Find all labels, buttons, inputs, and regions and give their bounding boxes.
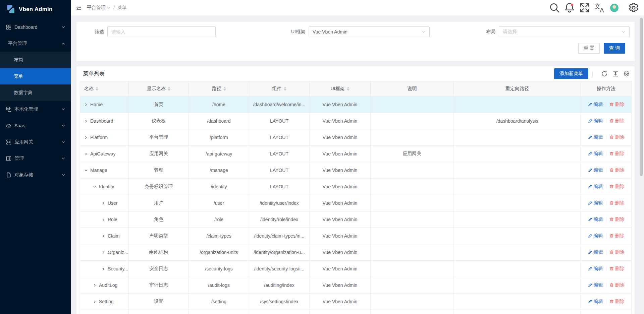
delete-link[interactable]: 删除: [609, 282, 625, 288]
chevron-right-icon[interactable]: [102, 267, 105, 271]
edit-link[interactable]: 编辑: [588, 299, 603, 305]
ui-framework-select[interactable]: Vue Vben Admin: [309, 26, 430, 37]
sort-icon[interactable]: [168, 87, 170, 91]
column-header[interactable]: 路径: [189, 81, 249, 97]
delete-link[interactable]: 删除: [609, 102, 625, 108]
delete-link[interactable]: 删除: [609, 134, 625, 140]
layout-placeholder: 请选择: [503, 29, 517, 35]
table-row[interactable]: Security...安全日志/security-logs/identity/s…: [80, 261, 632, 277]
chevron-right-icon[interactable]: [93, 300, 97, 304]
sort-icon[interactable]: [223, 87, 226, 91]
table-row[interactable]: Dashboard仪表板/dashboardLAYOUTVue Vben Adm…: [80, 113, 632, 129]
edit-link[interactable]: 编辑: [588, 118, 603, 124]
ui-framework-cell: Vue Vben Admin: [310, 195, 371, 211]
empty-cell: [129, 310, 189, 314]
chevron-right-icon[interactable]: [102, 201, 105, 205]
table-row[interactable]: Home首页/home/dashboard/welcome/in...Vue V…: [80, 97, 632, 113]
table-row[interactable]: Manage管理/manageLAYOUTVue Vben Admin编辑删除: [80, 162, 632, 179]
sidebar-item-gateway[interactable]: 应用网关: [0, 134, 71, 150]
page-scrollbar[interactable]: [640, 16, 643, 314]
column-header[interactable]: 显示名称: [129, 81, 189, 97]
edit-link[interactable]: 编辑: [588, 184, 603, 190]
column-header[interactable]: 组件: [249, 81, 310, 97]
search-icon[interactable]: [549, 2, 560, 13]
breadcrumb-item[interactable]: 平台管理: [87, 5, 111, 11]
sidebar-item-label: Dashboard: [14, 24, 61, 30]
chevron-right-icon[interactable]: [84, 103, 88, 107]
delete-link[interactable]: 删除: [609, 151, 625, 157]
chevron-right-icon[interactable]: [93, 284, 97, 287]
edit-link[interactable]: 编辑: [588, 102, 603, 108]
chevron-right-icon[interactable]: [84, 152, 88, 156]
table-row[interactable]: Organiz...组织机构/organization-units/identi…: [80, 244, 632, 261]
delete-link[interactable]: 删除: [609, 216, 625, 223]
query-button[interactable]: 查 询: [604, 43, 625, 54]
sort-icon[interactable]: [347, 87, 350, 91]
sidebar-subitem-menu[interactable]: 菜单: [0, 68, 71, 84]
settings-icon[interactable]: [628, 2, 639, 13]
delete-link[interactable]: 删除: [609, 167, 625, 173]
fullscreen-icon[interactable]: [579, 2, 590, 13]
sidebar-item-manage[interactable]: 管理: [0, 150, 71, 167]
edit-link[interactable]: 编辑: [588, 266, 603, 272]
chevron-right-icon[interactable]: [102, 251, 105, 254]
chevron-right-icon[interactable]: [102, 218, 105, 222]
sidebar-item-storage[interactable]: 对象存储: [0, 167, 71, 183]
delete-link[interactable]: 删除: [609, 200, 625, 206]
table-row[interactable]: Platform平台管理/platformLAYOUTVue Vben Admi…: [80, 129, 632, 146]
delete-link[interactable]: 删除: [609, 299, 625, 305]
filter-input[interactable]: [107, 26, 216, 37]
delete-link[interactable]: 删除: [609, 118, 625, 124]
add-menu-button[interactable]: 添加新菜单: [554, 68, 588, 79]
edit-link[interactable]: 编辑: [588, 249, 603, 255]
reset-button[interactable]: 重 置: [578, 43, 600, 54]
ui-framework-cell: Vue Vben Admin: [310, 129, 371, 146]
sidebar-item-saas[interactable]: Saas: [0, 117, 71, 134]
row-height-icon[interactable]: [612, 70, 619, 77]
table-row[interactable]: ApiGateway应用网关/api-gatewayLAYOUTVue Vben…: [80, 146, 632, 162]
table-row[interactable]: Role角色/role/identity/role/indexVue Vben …: [80, 211, 632, 228]
sidebar-collapse-icon[interactable]: [76, 5, 82, 11]
table-row[interactable]: AuditLog审计日志/audit-logs/auditing/indexVu…: [80, 277, 632, 294]
refresh-icon[interactable]: [601, 70, 608, 77]
table-row[interactable]: Claim声明类型/claim-types/identity/claim-typ…: [80, 228, 632, 244]
delete-link[interactable]: 删除: [609, 233, 625, 239]
empty-cell: [189, 310, 249, 314]
logo[interactable]: Vben Admin: [0, 0, 71, 19]
edit-link[interactable]: 编辑: [588, 282, 603, 288]
chevron-down-icon[interactable]: [84, 169, 88, 172]
avatar[interactable]: [610, 4, 619, 12]
chevron-right-icon[interactable]: [102, 234, 105, 238]
table-row[interactable]: Setting设置/setting/sys/settings/indexVue …: [80, 294, 632, 310]
sort-icon[interactable]: [284, 87, 286, 91]
chevron-down-icon[interactable]: [93, 185, 97, 189]
column-header[interactable]: 名称: [80, 81, 129, 97]
chevron-right-icon[interactable]: [84, 136, 88, 139]
chevron-right-icon[interactable]: [84, 119, 88, 123]
column-header[interactable]: UI框架: [310, 81, 371, 97]
edit-link[interactable]: 编辑: [588, 216, 603, 223]
table-row[interactable]: User用户/user/identity/user/indexVue Vben …: [80, 195, 632, 211]
layout-select[interactable]: 请选择: [499, 26, 630, 37]
translate-icon[interactable]: 文A: [594, 2, 605, 13]
breadcrumb-item[interactable]: 菜单: [117, 5, 127, 11]
delete-link[interactable]: 删除: [609, 184, 625, 190]
table-row[interactable]: Identity身份标识管理/identityLAYOUTVue Vben Ad…: [80, 179, 632, 195]
edit-link[interactable]: 编辑: [588, 200, 603, 206]
delete-link[interactable]: 删除: [609, 249, 625, 255]
sort-icon[interactable]: [96, 87, 98, 91]
sidebar-item-platform[interactable]: 平台管理: [0, 35, 71, 52]
breadcrumb-separator: /: [113, 5, 115, 10]
sidebar-subitem-dict[interactable]: 数据字典: [0, 84, 71, 101]
edit-link[interactable]: 编辑: [588, 233, 603, 239]
settings-icon[interactable]: [623, 70, 630, 77]
sidebar-subitem-layout[interactable]: 布局: [0, 52, 71, 68]
edit-link[interactable]: 编辑: [588, 134, 603, 140]
notification-icon[interactable]: [564, 2, 575, 13]
edit-link[interactable]: 编辑: [588, 167, 603, 173]
edit-link[interactable]: 编辑: [588, 151, 603, 157]
delete-link[interactable]: 删除: [609, 266, 625, 272]
scrollbar-thumb[interactable]: [640, 18, 643, 176]
sidebar-item-localization[interactable]: 本地化管理: [0, 101, 71, 117]
sidebar-item-dashboard[interactable]: Dashboard: [0, 19, 71, 35]
